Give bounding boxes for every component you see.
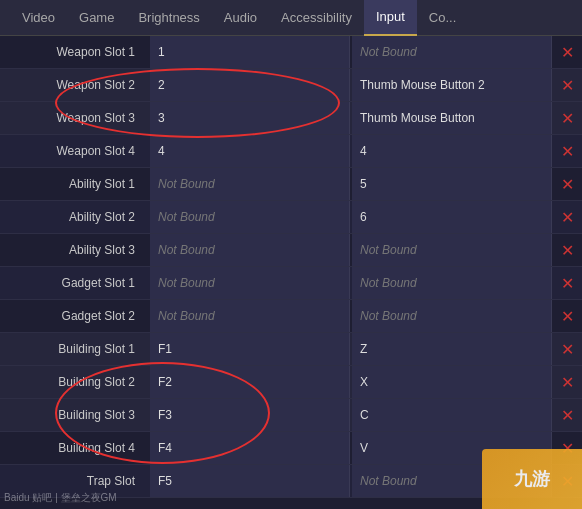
nav-input[interactable]: Input (364, 0, 417, 36)
delete-button[interactable]: ✕ (552, 135, 582, 167)
table-row: Gadget Slot 2Not BoundNot Bound✕ (0, 300, 582, 333)
table-row: Ability Slot 1Not Bound5✕ (0, 168, 582, 201)
nav-accessibility[interactable]: Accessibility (269, 0, 364, 36)
binding-primary[interactable]: 2 (150, 69, 350, 101)
delete-button[interactable]: ✕ (552, 102, 582, 134)
binding-secondary[interactable]: C (352, 399, 552, 431)
binding-primary[interactable]: 3 (150, 102, 350, 134)
binding-secondary[interactable]: Not Bound (352, 267, 552, 299)
binding-secondary[interactable]: Thumb Mouse Button 2 (352, 69, 552, 101)
binding-primary[interactable]: Not Bound (150, 267, 350, 299)
binding-primary[interactable]: F1 (150, 333, 350, 365)
row-label: Building Slot 1 (0, 342, 150, 356)
table-row: Weapon Slot 33Thumb Mouse Button✕ (0, 102, 582, 135)
delete-button[interactable]: ✕ (552, 399, 582, 431)
binding-primary[interactable]: F5 (150, 465, 350, 497)
delete-button[interactable]: ✕ (552, 267, 582, 299)
binding-secondary[interactable]: Not Bound (352, 234, 552, 266)
table-row: Building Slot 1F1Z✕ (0, 333, 582, 366)
row-label: Weapon Slot 1 (0, 45, 150, 59)
row-label: Gadget Slot 1 (0, 276, 150, 290)
table-row: Ability Slot 2Not Bound6✕ (0, 201, 582, 234)
row-label: Ability Slot 3 (0, 243, 150, 257)
table-row: Weapon Slot 11Not Bound✕ (0, 36, 582, 69)
binding-secondary[interactable]: 5 (352, 168, 552, 200)
table-row: Weapon Slot 22Thumb Mouse Button 2✕ (0, 69, 582, 102)
delete-button[interactable]: ✕ (552, 168, 582, 200)
row-label: Weapon Slot 3 (0, 111, 150, 125)
table-row: Building Slot 3F3C✕ (0, 399, 582, 432)
row-label: Gadget Slot 2 (0, 309, 150, 323)
delete-button[interactable]: ✕ (552, 333, 582, 365)
binding-secondary[interactable]: 6 (352, 201, 552, 233)
baidu-watermark: Baidu 贴吧 | 堡垒之夜GM (4, 491, 117, 505)
row-label: Trap Slot (0, 474, 150, 488)
delete-button[interactable]: ✕ (552, 201, 582, 233)
delete-button[interactable]: ✕ (552, 366, 582, 398)
binding-primary[interactable]: F3 (150, 399, 350, 431)
row-label: Weapon Slot 4 (0, 144, 150, 158)
binding-primary[interactable]: 4 (150, 135, 350, 167)
row-label: Ability Slot 1 (0, 177, 150, 191)
table-row: Gadget Slot 1Not BoundNot Bound✕ (0, 267, 582, 300)
binding-secondary[interactable]: X (352, 366, 552, 398)
table-row: Ability Slot 3Not BoundNot Bound✕ (0, 234, 582, 267)
delete-button[interactable]: ✕ (552, 300, 582, 332)
logo-watermark: 九游 (482, 449, 582, 509)
nav-brightness[interactable]: Brightness (126, 0, 211, 36)
binding-secondary[interactable]: 4 (352, 135, 552, 167)
row-label: Ability Slot 2 (0, 210, 150, 224)
delete-button[interactable]: ✕ (552, 69, 582, 101)
binding-secondary[interactable]: Not Bound (352, 36, 552, 68)
nav-game[interactable]: Game (67, 0, 126, 36)
binding-primary[interactable]: 1 (150, 36, 350, 68)
nav-more[interactable]: Co... (417, 0, 468, 36)
binding-secondary[interactable]: Thumb Mouse Button (352, 102, 552, 134)
binding-secondary[interactable]: Not Bound (352, 300, 552, 332)
binding-primary[interactable]: Not Bound (150, 168, 350, 200)
binding-primary[interactable]: Not Bound (150, 234, 350, 266)
row-label: Building Slot 4 (0, 441, 150, 455)
row-label: Weapon Slot 2 (0, 78, 150, 92)
binding-primary[interactable]: Not Bound (150, 300, 350, 332)
nav-bar: Video Game Brightness Audio Accessibilit… (0, 0, 582, 36)
row-label: Building Slot 2 (0, 375, 150, 389)
nav-audio[interactable]: Audio (212, 0, 269, 36)
binding-primary[interactable]: F2 (150, 366, 350, 398)
binding-primary[interactable]: F4 (150, 432, 350, 464)
keybind-content: Weapon Slot 11Not Bound✕Weapon Slot 22Th… (0, 36, 582, 509)
nav-video[interactable]: Video (10, 0, 67, 36)
delete-button[interactable]: ✕ (552, 234, 582, 266)
binding-primary[interactable]: Not Bound (150, 201, 350, 233)
table-row: Weapon Slot 444✕ (0, 135, 582, 168)
table-row: Building Slot 2F2X✕ (0, 366, 582, 399)
binding-secondary[interactable]: Z (352, 333, 552, 365)
delete-button[interactable]: ✕ (552, 36, 582, 68)
row-label: Building Slot 3 (0, 408, 150, 422)
